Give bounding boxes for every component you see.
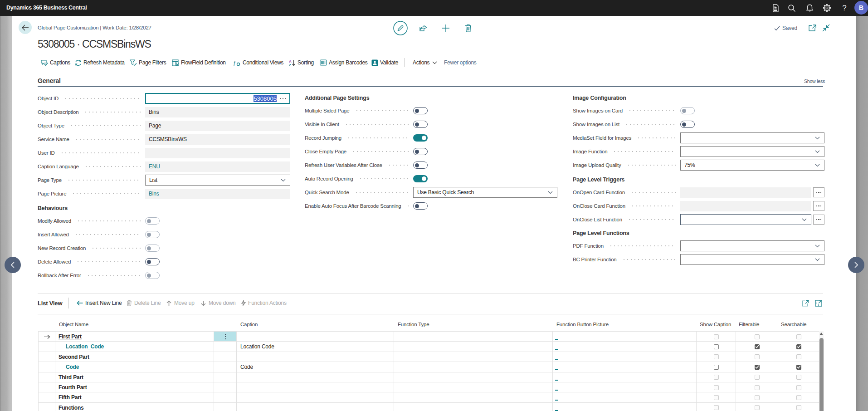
svg-text:Z: Z: [289, 63, 291, 66]
svg-text:f: f: [234, 59, 236, 66]
